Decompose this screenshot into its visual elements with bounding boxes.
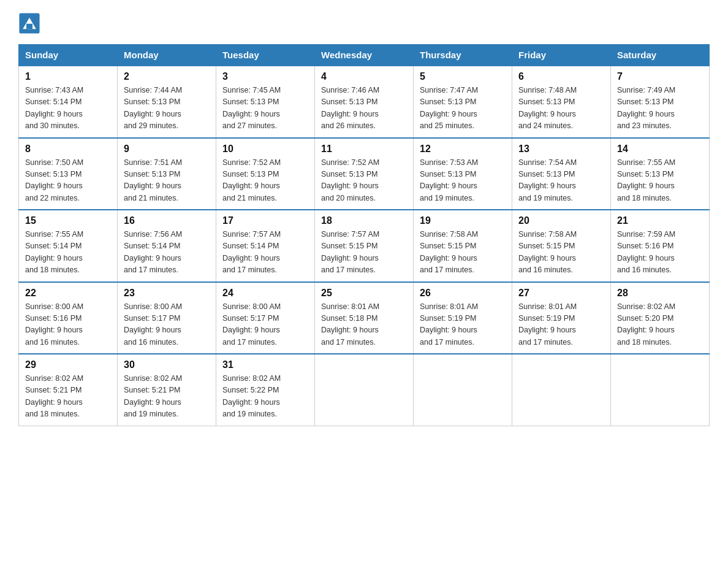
header-day-saturday: Saturday	[611, 45, 710, 66]
day-number: 26	[420, 288, 506, 299]
day-info: Sunrise: 7:46 AMSunset: 5:13 PMDaylight:…	[321, 85, 407, 132]
calendar-cell: 1Sunrise: 7:43 AMSunset: 5:14 PMDaylight…	[19, 66, 118, 138]
day-info: Sunrise: 7:43 AMSunset: 5:14 PMDaylight:…	[25, 85, 111, 132]
day-number: 23	[124, 288, 210, 299]
day-number: 9	[124, 144, 210, 155]
calendar-cell: 3Sunrise: 7:45 AMSunset: 5:13 PMDaylight…	[216, 66, 315, 138]
day-number: 20	[518, 215, 604, 226]
week-row-5: 29Sunrise: 8:02 AMSunset: 5:21 PMDayligh…	[19, 354, 710, 426]
header-day-tuesday: Tuesday	[216, 45, 315, 66]
calendar-cell: 10Sunrise: 7:52 AMSunset: 5:13 PMDayligh…	[216, 138, 315, 210]
day-number: 1	[25, 71, 111, 82]
day-number: 10	[222, 144, 308, 155]
day-info: Sunrise: 7:44 AMSunset: 5:13 PMDaylight:…	[124, 85, 210, 132]
day-number: 15	[25, 215, 111, 226]
day-number: 24	[222, 288, 308, 299]
calendar-header: SundayMondayTuesdayWednesdayThursdayFrid…	[19, 45, 710, 66]
calendar-cell: 29Sunrise: 8:02 AMSunset: 5:21 PMDayligh…	[19, 354, 118, 426]
calendar-cell: 9Sunrise: 7:51 AMSunset: 5:13 PMDaylight…	[118, 138, 216, 210]
day-info: Sunrise: 7:47 AMSunset: 5:13 PMDaylight:…	[420, 85, 506, 132]
logo-icon	[18, 12, 40, 34]
calendar-cell: 6Sunrise: 7:48 AMSunset: 5:13 PMDaylight…	[512, 66, 611, 138]
day-info: Sunrise: 8:00 AMSunset: 5:17 PMDaylight:…	[124, 301, 210, 349]
week-row-2: 8Sunrise: 7:50 AMSunset: 5:13 PMDaylight…	[19, 138, 710, 210]
page-header	[18, 12, 710, 34]
calendar-cell: 19Sunrise: 7:58 AMSunset: 5:15 PMDayligh…	[414, 210, 512, 282]
day-info: Sunrise: 7:57 AMSunset: 5:14 PMDaylight:…	[222, 229, 308, 277]
calendar-cell: 5Sunrise: 7:47 AMSunset: 5:13 PMDaylight…	[414, 66, 512, 138]
day-info: Sunrise: 7:57 AMSunset: 5:15 PMDaylight:…	[321, 229, 407, 277]
day-number: 21	[617, 215, 703, 226]
day-number: 27	[518, 288, 604, 299]
calendar-cell: 8Sunrise: 7:50 AMSunset: 5:13 PMDaylight…	[19, 138, 118, 210]
day-number: 22	[25, 288, 111, 299]
day-info: Sunrise: 7:50 AMSunset: 5:13 PMDaylight:…	[25, 157, 111, 205]
day-info: Sunrise: 8:01 AMSunset: 5:19 PMDaylight:…	[518, 301, 604, 349]
calendar-cell: 13Sunrise: 7:54 AMSunset: 5:13 PMDayligh…	[512, 138, 611, 210]
day-info: Sunrise: 8:00 AMSunset: 5:16 PMDaylight:…	[25, 301, 111, 349]
day-number: 13	[518, 144, 604, 155]
calendar-cell: 22Sunrise: 8:00 AMSunset: 5:16 PMDayligh…	[19, 282, 118, 354]
logo	[18, 12, 42, 34]
day-info: Sunrise: 7:59 AMSunset: 5:16 PMDaylight:…	[617, 229, 703, 277]
day-info: Sunrise: 7:58 AMSunset: 5:15 PMDaylight:…	[518, 229, 604, 277]
day-number: 6	[518, 71, 604, 82]
day-number: 3	[222, 71, 308, 82]
calendar-cell: 28Sunrise: 8:02 AMSunset: 5:20 PMDayligh…	[611, 282, 710, 354]
day-info: Sunrise: 7:55 AMSunset: 5:14 PMDaylight:…	[25, 229, 111, 277]
calendar-cell	[611, 354, 710, 426]
day-number: 18	[321, 215, 407, 226]
header-day-thursday: Thursday	[414, 45, 512, 66]
calendar-cell: 14Sunrise: 7:55 AMSunset: 5:13 PMDayligh…	[611, 138, 710, 210]
header-day-sunday: Sunday	[19, 45, 118, 66]
day-info: Sunrise: 8:02 AMSunset: 5:21 PMDaylight:…	[124, 373, 210, 421]
day-info: Sunrise: 7:48 AMSunset: 5:13 PMDaylight:…	[518, 85, 604, 132]
day-info: Sunrise: 7:58 AMSunset: 5:15 PMDaylight:…	[420, 229, 506, 277]
calendar-body: 1Sunrise: 7:43 AMSunset: 5:14 PMDaylight…	[19, 66, 710, 426]
calendar-cell: 4Sunrise: 7:46 AMSunset: 5:13 PMDaylight…	[315, 66, 414, 138]
day-number: 17	[222, 215, 308, 226]
day-info: Sunrise: 7:54 AMSunset: 5:13 PMDaylight:…	[518, 157, 604, 205]
header-row: SundayMondayTuesdayWednesdayThursdayFrid…	[19, 45, 710, 66]
day-info: Sunrise: 7:52 AMSunset: 5:13 PMDaylight:…	[321, 157, 407, 205]
calendar-cell: 16Sunrise: 7:56 AMSunset: 5:14 PMDayligh…	[118, 210, 216, 282]
calendar-cell: 24Sunrise: 8:00 AMSunset: 5:17 PMDayligh…	[216, 282, 315, 354]
day-info: Sunrise: 7:45 AMSunset: 5:13 PMDaylight:…	[222, 85, 308, 132]
day-info: Sunrise: 8:02 AMSunset: 5:21 PMDaylight:…	[25, 373, 111, 421]
day-info: Sunrise: 7:51 AMSunset: 5:13 PMDaylight:…	[124, 157, 210, 205]
day-info: Sunrise: 7:56 AMSunset: 5:14 PMDaylight:…	[124, 229, 210, 277]
day-number: 14	[617, 144, 703, 155]
day-info: Sunrise: 7:49 AMSunset: 5:13 PMDaylight:…	[617, 85, 703, 132]
week-row-3: 15Sunrise: 7:55 AMSunset: 5:14 PMDayligh…	[19, 210, 710, 282]
day-info: Sunrise: 8:02 AMSunset: 5:22 PMDaylight:…	[222, 373, 308, 421]
day-info: Sunrise: 7:53 AMSunset: 5:13 PMDaylight:…	[420, 157, 506, 205]
day-info: Sunrise: 8:01 AMSunset: 5:18 PMDaylight:…	[321, 301, 407, 349]
day-number: 11	[321, 144, 407, 155]
day-info: Sunrise: 8:01 AMSunset: 5:19 PMDaylight:…	[420, 301, 506, 349]
day-number: 19	[420, 215, 506, 226]
calendar-cell: 31Sunrise: 8:02 AMSunset: 5:22 PMDayligh…	[216, 354, 315, 426]
calendar-cell	[512, 354, 611, 426]
calendar-cell: 18Sunrise: 7:57 AMSunset: 5:15 PMDayligh…	[315, 210, 414, 282]
header-day-friday: Friday	[512, 45, 611, 66]
day-number: 7	[617, 71, 703, 82]
day-number: 12	[420, 144, 506, 155]
week-row-1: 1Sunrise: 7:43 AMSunset: 5:14 PMDaylight…	[19, 66, 710, 138]
calendar-cell: 7Sunrise: 7:49 AMSunset: 5:13 PMDaylight…	[611, 66, 710, 138]
calendar-cell: 11Sunrise: 7:52 AMSunset: 5:13 PMDayligh…	[315, 138, 414, 210]
calendar-cell	[414, 354, 512, 426]
week-row-4: 22Sunrise: 8:00 AMSunset: 5:16 PMDayligh…	[19, 282, 710, 354]
day-number: 16	[124, 215, 210, 226]
calendar-cell: 15Sunrise: 7:55 AMSunset: 5:14 PMDayligh…	[19, 210, 118, 282]
calendar-cell: 20Sunrise: 7:58 AMSunset: 5:15 PMDayligh…	[512, 210, 611, 282]
calendar-cell: 21Sunrise: 7:59 AMSunset: 5:16 PMDayligh…	[611, 210, 710, 282]
calendar-cell: 25Sunrise: 8:01 AMSunset: 5:18 PMDayligh…	[315, 282, 414, 354]
day-number: 29	[25, 359, 111, 370]
day-info: Sunrise: 7:55 AMSunset: 5:13 PMDaylight:…	[617, 157, 703, 205]
calendar-cell: 2Sunrise: 7:44 AMSunset: 5:13 PMDaylight…	[118, 66, 216, 138]
day-number: 8	[25, 144, 111, 155]
day-number: 2	[124, 71, 210, 82]
calendar-cell: 23Sunrise: 8:00 AMSunset: 5:17 PMDayligh…	[118, 282, 216, 354]
day-number: 28	[617, 288, 703, 299]
day-info: Sunrise: 8:00 AMSunset: 5:17 PMDaylight:…	[222, 301, 308, 349]
